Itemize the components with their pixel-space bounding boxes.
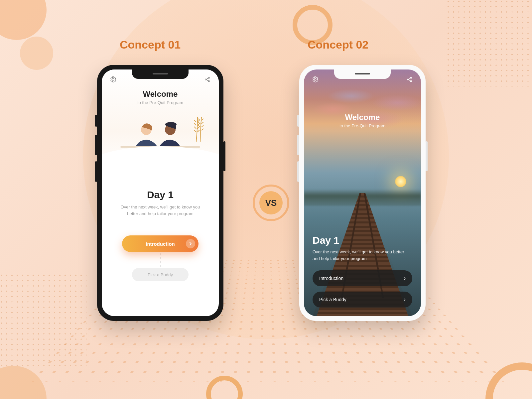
share-icon — [406, 76, 413, 83]
welcome-subtitle: to the Pre-Quit Program — [313, 123, 412, 128]
svg-point-2 — [208, 80, 209, 82]
table-line — [120, 146, 200, 148]
chevron-right-icon: › — [404, 275, 406, 281]
wheat-icon — [190, 114, 207, 144]
bg-blob — [0, 0, 47, 40]
svg-point-1 — [208, 77, 209, 78]
day-description: Over the next week, we'll get to know yo… — [112, 204, 209, 217]
welcome-subtitle: to the Pre-Quit Program — [137, 100, 183, 105]
settings-button[interactable] — [109, 75, 117, 83]
svg-point-7 — [165, 122, 177, 127]
phone-concept-1: Welcome to the Pre-Quit Program — [97, 65, 223, 321]
concept-2-label: Concept 02 — [308, 38, 368, 51]
button-label: Introduction — [146, 241, 175, 247]
bg-dot-grid — [446, 0, 532, 86]
phone-concept-2: Welcome to the Pre-Quit Program Day 1 Ov… — [299, 65, 426, 321]
hero-section: Welcome to the Pre-Quit Program — [102, 69, 219, 173]
vs-text: VS — [265, 198, 277, 208]
svg-point-10 — [410, 80, 412, 82]
share-button[interactable] — [203, 75, 211, 83]
button-label: Pick a Buddy — [319, 297, 346, 302]
svg-point-9 — [410, 77, 412, 78]
notch — [334, 69, 391, 79]
svg-point-5 — [154, 154, 186, 157]
introduction-button[interactable]: Introduction › — [313, 270, 412, 286]
chevron-right-icon — [186, 239, 195, 248]
bg-blob — [20, 37, 53, 70]
pick-buddy-button[interactable]: Pick a Buddy — [132, 268, 189, 281]
introduction-button[interactable]: Introduction — [122, 235, 199, 252]
svg-point-0 — [205, 79, 206, 80]
settings-button[interactable] — [311, 75, 319, 83]
chevron-right-icon: › — [404, 297, 406, 303]
button-label: Introduction — [319, 276, 343, 281]
bg-dot-grid — [0, 273, 86, 366]
welcome-title: Welcome — [313, 113, 412, 122]
hero-illustration — [117, 110, 203, 164]
gear-icon — [312, 76, 319, 83]
day-title: Day 1 — [112, 189, 209, 200]
share-icon — [204, 76, 211, 83]
notch — [132, 69, 189, 79]
day-title: Day 1 — [313, 235, 412, 246]
day-description: Over the next week, we'll get to know yo… — [313, 249, 406, 262]
pick-buddy-button[interactable]: Pick a Buddy › — [313, 292, 412, 308]
connector-line — [160, 253, 161, 267]
person-right-icon — [154, 117, 190, 157]
svg-point-8 — [407, 79, 409, 80]
svg-point-3 — [131, 154, 163, 157]
button-label: Pick a Buddy — [148, 272, 173, 277]
welcome-title: Welcome — [143, 89, 178, 99]
gear-icon — [110, 76, 116, 83]
share-button[interactable] — [406, 75, 414, 83]
vs-badge: VS — [253, 185, 289, 221]
concept-1-label: Concept 01 — [120, 38, 181, 51]
